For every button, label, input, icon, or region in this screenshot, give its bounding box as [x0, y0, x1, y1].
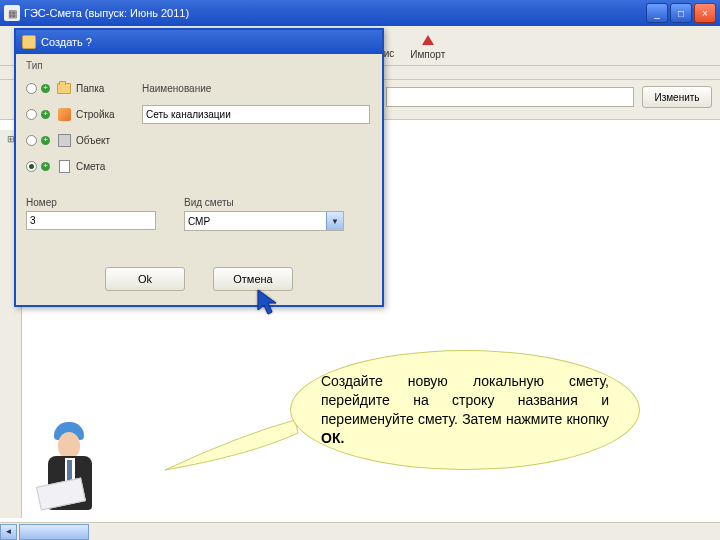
person-illustration: [30, 420, 110, 520]
dialog-icon: [22, 35, 36, 49]
path-input[interactable]: [386, 87, 634, 107]
dialog-title-text: Создать ?: [41, 36, 92, 48]
name-label: Наименование: [142, 83, 211, 94]
hint-bubble: Создайте новую локальную смету, перейдит…: [290, 350, 640, 470]
window-title: ГЭС-Смета (выпуск: Июнь 2011): [24, 7, 646, 19]
radio-icon: [26, 161, 37, 172]
arrow-up-icon: [420, 32, 436, 48]
chevron-down-icon[interactable]: ▼: [326, 212, 343, 230]
radio-icon: [26, 135, 37, 146]
document-icon: [56, 159, 72, 173]
number-input[interactable]: [26, 211, 156, 230]
plus-icon: +: [41, 110, 50, 119]
plus-icon: +: [41, 136, 50, 145]
number-label: Номер: [26, 197, 156, 208]
radio-construction-label: Стройка: [76, 109, 115, 120]
dialog-titlebar[interactable]: Создать ?: [16, 30, 382, 54]
scroll-left-button[interactable]: ◄: [0, 524, 17, 540]
horizontal-scrollbar[interactable]: ◄: [0, 522, 720, 540]
radio-object-label: Объект: [76, 135, 110, 146]
scroll-thumb[interactable]: [19, 524, 89, 540]
toolbar-import[interactable]: Импорт: [410, 32, 445, 60]
radio-icon: [26, 109, 37, 120]
radio-icon: [26, 83, 37, 94]
maximize-button[interactable]: □: [670, 3, 692, 23]
type-group-label: Тип: [26, 60, 372, 71]
hint-text: Создайте новую локальную смету, перейдит…: [321, 372, 609, 448]
plus-icon: +: [41, 84, 50, 93]
kind-value: СМР: [188, 216, 210, 227]
bubble-tail: [160, 415, 300, 475]
toolbar-import-label: Импорт: [410, 49, 445, 60]
close-button[interactable]: ×: [694, 3, 716, 23]
plus-icon: +: [41, 162, 50, 171]
ok-button[interactable]: Ok: [105, 267, 185, 291]
hint-text-body: Создайте новую локальную смету, перейдит…: [321, 373, 609, 427]
minimize-button[interactable]: _: [646, 3, 668, 23]
change-button[interactable]: Изменить: [642, 86, 712, 108]
head-icon: [58, 432, 80, 458]
radio-object[interactable]: + Объект: [26, 133, 136, 147]
kind-select[interactable]: СМР ▼: [184, 211, 344, 231]
kind-label: Вид сметы: [184, 197, 344, 208]
app-icon: ▦: [4, 5, 20, 21]
name-input[interactable]: [142, 105, 370, 124]
folder-icon: [56, 81, 72, 95]
radio-folder[interactable]: + Папка: [26, 81, 136, 95]
radio-folder-label: Папка: [76, 83, 104, 94]
radio-construction[interactable]: + Стройка: [26, 107, 136, 121]
radio-smeta[interactable]: + Смета: [26, 159, 136, 173]
cancel-button[interactable]: Отмена: [213, 267, 293, 291]
hint-text-bold: ОК.: [321, 430, 344, 446]
radio-smeta-label: Смета: [76, 161, 105, 172]
construction-icon: [56, 107, 72, 121]
create-dialog: Создать ? Тип + Папка Наименование + Стр…: [14, 28, 384, 307]
main-window-titlebar: ▦ ГЭС-Смета (выпуск: Июнь 2011) _ □ ×: [0, 0, 720, 26]
object-icon: [56, 133, 72, 147]
